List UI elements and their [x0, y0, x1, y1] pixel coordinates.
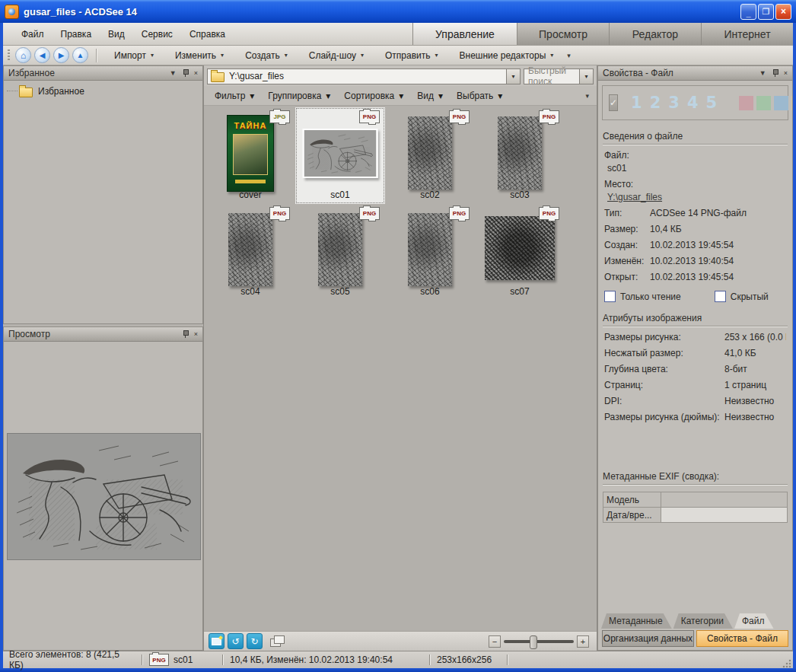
stack-icon[interactable] [270, 635, 285, 648]
address-dropdown-button[interactable]: ▾ [506, 69, 520, 84]
rating-2[interactable]: 2 [648, 94, 664, 112]
panel-menu-icon[interactable]: ▼ [759, 70, 766, 77]
favorites-tree-item[interactable]: Избранное [4, 81, 202, 97]
status-file-details: 10,4 КБ, Изменён: 10.02.2013 19:40:54 [224, 651, 429, 668]
tab-categories[interactable]: Категории [673, 613, 733, 629]
address-bar[interactable]: Y:\gusar_files ▾ [207, 68, 521, 84]
readonly-checkbox[interactable] [604, 291, 616, 302]
zoom-slider[interactable] [504, 640, 574, 643]
view-button[interactable]: Вид▾ [411, 88, 449, 104]
hidden-checkbox[interactable] [715, 291, 726, 302]
file-thumbnail-sc06[interactable]: PNG sc06 [385, 204, 475, 301]
color-label-red[interactable] [739, 96, 753, 110]
type-value: ACDSee 14 PNG-файл [650, 208, 786, 218]
organize-data-button[interactable]: Организация данных [602, 630, 694, 647]
add-image-button[interactable] [209, 633, 224, 649]
location-link[interactable]: Y:\gusar_files [607, 192, 786, 202]
rating-3[interactable]: 3 [666, 94, 682, 112]
folder-icon [19, 88, 33, 97]
filter-overflow-chevron[interactable]: ▾ [582, 91, 592, 101]
quick-search-input[interactable]: Быстрый поиск ▾ [524, 68, 594, 84]
uncompressed-value: 41,0 КБ [724, 348, 786, 358]
chevron-down-icon: ▾ [361, 52, 364, 59]
menu-tools[interactable]: Сервис [134, 26, 180, 43]
format-badge: PNG [539, 110, 559, 123]
filter-button[interactable]: Фильтр▾ [209, 88, 260, 104]
pin-icon[interactable] [183, 69, 189, 77]
tree-connector [7, 91, 18, 92]
dimensions-inches-value: Неизвестно [724, 412, 786, 422]
menu-file[interactable]: Файл [14, 26, 52, 43]
file-thumbnail-sc02[interactable]: PNG sc02 [385, 107, 475, 204]
maximize-button[interactable]: ❐ [758, 4, 774, 20]
tab-view[interactable]: Просмотр [517, 23, 609, 45]
pin-icon[interactable] [183, 330, 189, 338]
file-thumbnail-sc05[interactable]: PNG sc05 [295, 204, 385, 301]
close-icon: × [781, 8, 786, 15]
close-button[interactable]: × [775, 4, 791, 20]
minimize-button[interactable]: _ [740, 4, 756, 20]
tag-checkbox[interactable]: ✓ [609, 94, 618, 111]
back-icon: ◀ [40, 51, 46, 59]
zoom-out-button[interactable]: − [489, 635, 501, 648]
menu-edit[interactable]: Правка [53, 26, 100, 43]
grouping-button[interactable]: Группировка▾ [262, 88, 336, 104]
modified-label: Изменён: [604, 256, 650, 266]
back-button[interactable]: ◀ [34, 47, 50, 63]
file-thumbnail-sc03[interactable]: PNG sc03 [475, 107, 565, 204]
file-value: sc01 [607, 163, 786, 174]
create-button[interactable]: Создать▾ [234, 47, 298, 64]
close-icon[interactable]: × [194, 331, 198, 338]
file-thumbnail-sc07[interactable]: PNG sc07 [475, 204, 565, 301]
pin-icon[interactable] [772, 69, 778, 77]
toolbar-grip[interactable] [8, 49, 10, 62]
readonly-label: Только чтение [620, 291, 681, 302]
rating-4[interactable]: 4 [685, 94, 701, 112]
import-button[interactable]: Импорт▾ [103, 47, 164, 64]
tab-internet[interactable]: Интернет [701, 23, 793, 45]
sorting-button[interactable]: Сортировка▾ [338, 88, 409, 104]
file-thumbnail-sc01[interactable]: PNG sc01 [295, 107, 385, 204]
close-icon[interactable]: × [194, 70, 198, 77]
properties-file-button[interactable]: Свойства - Файл [696, 630, 788, 647]
tab-editor[interactable]: Редактор [609, 23, 701, 45]
search-dropdown-button[interactable]: ▾ [579, 69, 593, 84]
tab-metadata[interactable]: Метаданные [601, 613, 672, 629]
tab-manage[interactable]: Управление [412, 23, 517, 45]
preview-image [7, 433, 201, 560]
slideshow-button[interactable]: Слайд-шоу▾ [298, 47, 374, 64]
status-file-name: sc01 [174, 654, 193, 665]
thumbnail-image [408, 116, 452, 189]
select-button[interactable]: Выбрать▾ [451, 88, 508, 104]
tab-file[interactable]: Файл [734, 613, 774, 629]
resize-grip[interactable] [782, 658, 791, 668]
file-name: sc07 [475, 286, 565, 297]
up-button[interactable]: ▲ [72, 47, 88, 63]
zoom-in-button[interactable]: + [577, 635, 589, 648]
color-label-tan[interactable] [791, 96, 793, 110]
rating-5[interactable]: 5 [704, 94, 720, 112]
edit-button[interactable]: Изменить▾ [164, 47, 234, 64]
forward-button[interactable]: ▶ [53, 47, 69, 63]
toolbar-overflow-chevron[interactable]: ▾ [564, 50, 574, 61]
format-badge: PNG [449, 207, 470, 220]
chevron-down-icon: ▾ [438, 91, 443, 101]
preview-panel-title: Просмотр [8, 329, 177, 339]
zoom-slider-thumb[interactable] [530, 635, 537, 649]
file-thumbnail-cover[interactable]: JPG ТАЙНА cover [205, 107, 295, 204]
plus-icon: + [581, 637, 585, 646]
undo-button[interactable]: ↺ [228, 633, 244, 649]
external-editors-button[interactable]: Внешние редакторы▾ [449, 47, 565, 64]
panel-menu-icon[interactable]: ▼ [170, 70, 177, 77]
rating-1[interactable]: 1 [629, 94, 645, 112]
home-button[interactable]: ⌂ [15, 47, 31, 63]
color-label-blue[interactable] [774, 96, 788, 110]
redo-button[interactable]: ↻ [247, 633, 263, 649]
menu-help[interactable]: Справка [182, 26, 233, 43]
properties-bottom-tabs: Метаданные Категории Файл [598, 613, 792, 629]
close-icon[interactable]: × [784, 70, 788, 77]
file-thumbnail-sc04[interactable]: PNG sc04 [205, 204, 295, 301]
menu-view[interactable]: Вид [100, 26, 132, 43]
color-label-green[interactable] [756, 96, 771, 110]
send-button[interactable]: Отправить▾ [374, 47, 449, 64]
